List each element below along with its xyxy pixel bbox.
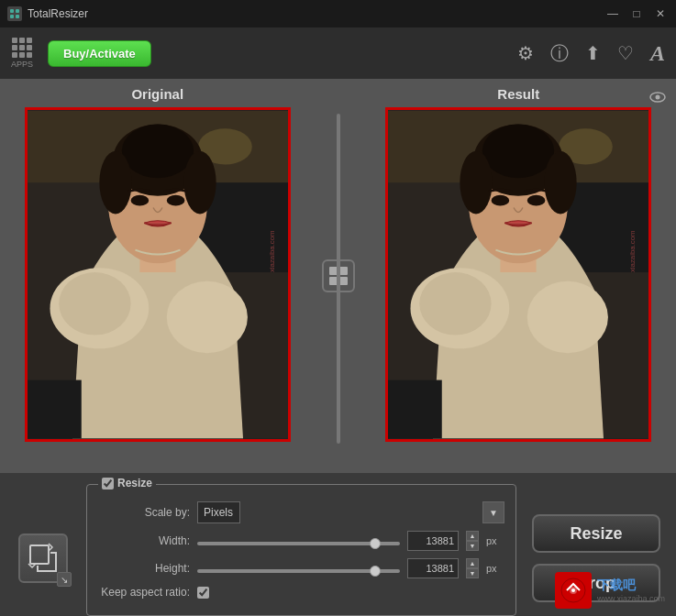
width-row: Width: ▲ ▼ px [98,531,504,551]
resize-tool-icon[interactable]: ↘ [18,534,68,583]
svg-rect-2 [10,15,14,18]
height-down-button[interactable]: ▼ [466,568,479,578]
share-icon[interactable]: ⬆ [585,42,601,64]
font-icon[interactable]: A [650,41,665,66]
width-up-button[interactable]: ▲ [466,531,479,541]
section-header: Resize [98,477,156,490]
svg-rect-20 [28,380,82,439]
small-arrow-icon: ↘ [57,572,72,587]
title-bar: TotalResizer — □ ✕ [0,0,676,28]
height-input[interactable] [407,558,459,578]
apps-grid [12,38,32,58]
width-label: Width: [98,534,190,547]
svg-point-17 [130,195,149,206]
svg-point-15 [99,151,131,214]
height-slider[interactable] [197,569,400,573]
settings-icon[interactable]: ⚙ [517,42,534,64]
svg-point-9 [59,272,130,336]
width-spinner: ▲ ▼ [466,531,479,551]
close-button[interactable]: ✕ [652,6,669,22]
svg-point-33 [482,124,554,178]
toolbar-icons: ⚙ ⓘ ⬆ ♡ A [517,41,665,66]
svg-point-34 [460,151,493,214]
svg-point-28 [420,272,492,336]
top-bar: APPS Buy/Activate ⚙ ⓘ ⬆ ♡ A [0,28,676,79]
width-input[interactable] [407,531,459,551]
brand-logo-icon [555,572,592,609]
resize-button[interactable]: Resize [532,514,660,553]
width-slider[interactable] [197,542,400,545]
original-panel: Original [0,79,316,473]
height-slider-wrapper [197,560,400,577]
app-icon [7,6,22,21]
brand-chinese-text: 下载吧 [597,578,665,594]
height-spinner: ▲ ▼ [466,558,479,578]
svg-point-43 [571,588,575,592]
width-down-button[interactable]: ▼ [466,541,479,551]
result-label: Result [497,86,539,102]
aspect-ratio-row: Keep aspect ratio: [98,586,504,599]
select-arrow-icon: ▼ [482,501,504,523]
brand-text-area: 下载吧 www.xiazaiba.com [597,578,665,603]
divider [316,79,361,473]
svg-rect-0 [10,9,14,13]
favorite-icon[interactable]: ♡ [617,42,634,64]
resize-section: Resize Scale by: Pixels ▼ Width: [86,484,516,616]
svg-point-36 [492,195,510,206]
scale-select[interactable]: Pixels [197,501,240,523]
height-row: Height: ▲ ▼ px [98,558,504,578]
aspect-ratio-checkbox[interactable] [197,587,209,599]
svg-point-18 [167,195,185,206]
section-title: Resize [117,477,152,490]
image-area: Original [0,79,676,473]
svg-rect-40 [30,545,49,564]
apps-label: APPS [11,60,33,69]
app-title: TotalResizer [28,7,88,20]
aspect-ratio-label: Keep aspect ratio: [98,586,190,599]
minimize-button[interactable]: — [604,6,621,22]
resize-checkbox[interactable] [102,478,114,490]
maximize-button[interactable]: □ [628,6,645,22]
scale-by-label: Scale by: [98,506,190,519]
width-unit: px [486,535,504,546]
resize-icon-area: ↘ [11,480,75,616]
original-image-frame: xiazaiba.com [25,107,291,442]
result-panel: Result [361,79,677,473]
info-icon[interactable]: ⓘ [550,41,569,66]
brand-url: www.xiazaiba.com [597,594,665,603]
original-label: Original [131,86,183,102]
height-label: Height: [98,562,190,575]
window-controls: — □ ✕ [604,6,669,22]
svg-point-35 [545,151,577,214]
svg-text:xiazaiba.com: xiazaiba.com [268,230,276,272]
scale-by-row: Scale by: Pixels ▼ [98,501,504,523]
svg-point-10 [167,281,248,353]
resize-controls: Resize Scale by: Pixels ▼ Width: [86,480,516,616]
width-slider-wrapper [197,533,400,549]
svg-point-22 [656,95,660,100]
height-up-button[interactable]: ▲ [466,558,479,568]
svg-rect-1 [16,9,19,13]
svg-rect-3 [16,15,19,18]
svg-point-37 [527,195,546,206]
apps-button[interactable]: APPS [11,38,33,69]
activate-button[interactable]: Buy/Activate [48,40,151,67]
result-image-frame: xiazaiba.com [385,107,651,442]
svg-point-14 [122,124,194,178]
svg-point-29 [527,281,608,353]
svg-point-16 [183,151,216,214]
divider-bar [337,114,340,444]
svg-text:xiazaiba.com: xiazaiba.com [629,230,637,272]
height-unit: px [486,563,504,574]
footer-brand: 下载吧 www.xiazaiba.com [555,572,665,609]
scale-select-wrapper: Pixels ▼ [197,501,504,523]
svg-rect-39 [388,380,442,439]
